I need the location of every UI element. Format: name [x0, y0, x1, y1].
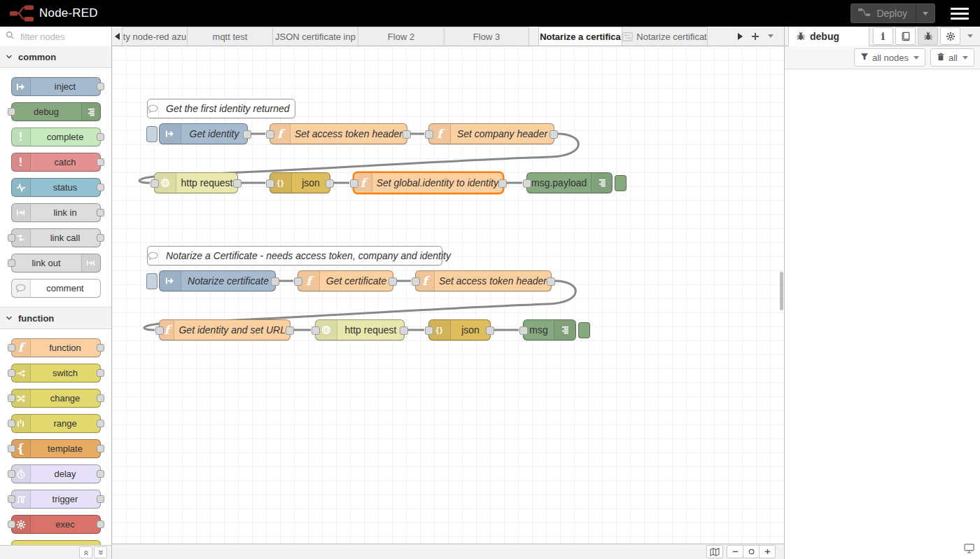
debug-message-list[interactable] [785, 70, 980, 559]
sidebar-menu-button[interactable] [962, 34, 978, 38]
palette-node-switch[interactable]: switch [11, 364, 101, 382]
input-port[interactable] [350, 179, 358, 188]
palette-node-trigger[interactable]: trigger [11, 490, 101, 509]
output-port[interactable] [97, 234, 104, 242]
flow-node-set-access-token-header[interactable]: f Set access token header [415, 270, 552, 291]
palette-node-debug[interactable]: debug [11, 102, 101, 121]
flow-tab[interactable]: JSON certificate inp [272, 27, 358, 46]
add-flow-button[interactable] [748, 29, 763, 44]
output-port[interactable] [97, 495, 104, 503]
flow-tab[interactable]: Flow 3 [444, 27, 529, 46]
input-port[interactable] [8, 470, 15, 478]
output-port[interactable] [498, 179, 507, 188]
output-port[interactable] [97, 83, 104, 90]
output-port[interactable] [547, 277, 555, 286]
output-port[interactable] [97, 184, 104, 191]
flow-tab[interactable]: Flow 2 [358, 27, 444, 46]
output-port[interactable] [97, 445, 104, 453]
deploy-button[interactable]: Deploy [850, 4, 935, 23]
output-port[interactable] [271, 277, 279, 286]
input-port[interactable] [8, 344, 15, 352]
output-port[interactable] [97, 420, 104, 427]
flow-node-set-access-token-header[interactable]: f Set access token header [270, 123, 407, 144]
input-port[interactable] [266, 130, 274, 139]
output-port[interactable] [233, 179, 241, 188]
flow-tab[interactable]: mqtt test [187, 27, 273, 46]
palette-node-template[interactable]: { template [11, 439, 101, 458]
output-port[interactable] [97, 344, 104, 352]
output-port[interactable] [402, 130, 411, 139]
input-port[interactable] [8, 234, 15, 242]
flow-node-msg-payload[interactable]: msg.payload [526, 172, 612, 193]
inject-button[interactable] [146, 126, 158, 142]
inject-button[interactable] [146, 273, 158, 289]
output-port[interactable] [97, 470, 104, 478]
sidebar-debug-button[interactable] [918, 27, 938, 45]
flow-node-http-request[interactable]: http request [315, 319, 405, 340]
palette-node-catch[interactable]: ! catch [11, 153, 101, 172]
output-port[interactable] [97, 394, 104, 402]
output-port[interactable] [400, 326, 408, 335]
main-menu-button[interactable] [951, 5, 969, 22]
input-port[interactable] [150, 179, 159, 188]
input-port[interactable] [425, 326, 433, 335]
collapse-all-categories-button[interactable] [79, 546, 92, 558]
input-port[interactable] [312, 326, 320, 335]
palette-node-link-in[interactable]: link in [11, 203, 101, 222]
zoom-reset-button[interactable] [743, 545, 760, 558]
input-port[interactable] [8, 420, 15, 427]
palette-node-exec[interactable]: exec [11, 515, 101, 534]
input-port[interactable] [155, 326, 164, 335]
flow-node-json[interactable]: {} json [428, 319, 491, 340]
palette-category-header[interactable]: common [0, 46, 111, 68]
flow-node-json[interactable]: {} json [270, 172, 330, 193]
open-debug-window-button[interactable] [964, 544, 974, 556]
input-port[interactable] [8, 108, 15, 116]
debug-toggle-button[interactable] [578, 322, 590, 338]
output-port[interactable] [97, 369, 104, 377]
flow-node-get-certificate[interactable]: f Get certificate [298, 270, 393, 291]
flow-tab[interactable]: Notarize a certifica [538, 27, 622, 46]
input-port[interactable] [294, 277, 302, 286]
canvas-vertical-scrollbar[interactable] [780, 272, 783, 310]
debug-toggle-button[interactable] [615, 175, 626, 191]
palette-category-header[interactable]: function [0, 307, 111, 329]
flow-node-http-request[interactable]: http request [154, 172, 238, 193]
input-port[interactable] [412, 277, 420, 286]
zoom-out-button[interactable] [727, 545, 743, 558]
palette-node-link-call[interactable]: link call [11, 228, 101, 247]
zoom-in-button[interactable] [759, 545, 776, 558]
flow-node-msg[interactable]: msg [523, 319, 576, 340]
input-port[interactable] [266, 179, 274, 188]
flow-tab[interactable]: ty node-red azu [122, 27, 188, 46]
flow-node-set-company-header[interactable]: f Set company header [428, 123, 554, 144]
input-port[interactable] [8, 394, 15, 402]
input-port[interactable] [523, 179, 531, 188]
output-port[interactable] [286, 326, 294, 335]
flow-list-button[interactable] [763, 29, 778, 44]
debug-filter-dropdown[interactable]: all nodes [854, 48, 925, 67]
input-port[interactable] [8, 445, 15, 453]
palette-node-list[interactable]: common inject debug ! complete ! catch s… [0, 46, 111, 545]
sidebar-help-button[interactable] [895, 27, 916, 45]
output-port[interactable] [97, 133, 104, 141]
flow-node-notarize-certificate[interactable]: Notarize certificate [159, 270, 276, 291]
input-port[interactable] [8, 259, 15, 267]
palette-node-comment[interactable]: comment [11, 279, 101, 298]
input-port[interactable] [519, 326, 528, 335]
output-port[interactable] [97, 520, 104, 528]
search-input[interactable] [19, 31, 106, 43]
tab-scroll-right-button[interactable] [732, 29, 748, 44]
sidebar-info-button[interactable]: i [873, 27, 893, 45]
palette-node-function[interactable]: f function [11, 338, 101, 357]
output-port[interactable] [486, 326, 494, 335]
palette-node-inject[interactable]: inject [11, 77, 101, 96]
palette-node-complete[interactable]: ! complete [11, 127, 101, 146]
palette-node-status[interactable]: status [11, 178, 101, 197]
palette-node-link-out[interactable]: link out [11, 254, 101, 272]
output-port[interactable] [326, 179, 334, 188]
output-port[interactable] [550, 130, 558, 139]
input-port[interactable] [425, 130, 433, 139]
deploy-options-button[interactable] [916, 4, 934, 22]
input-port[interactable] [8, 369, 15, 377]
